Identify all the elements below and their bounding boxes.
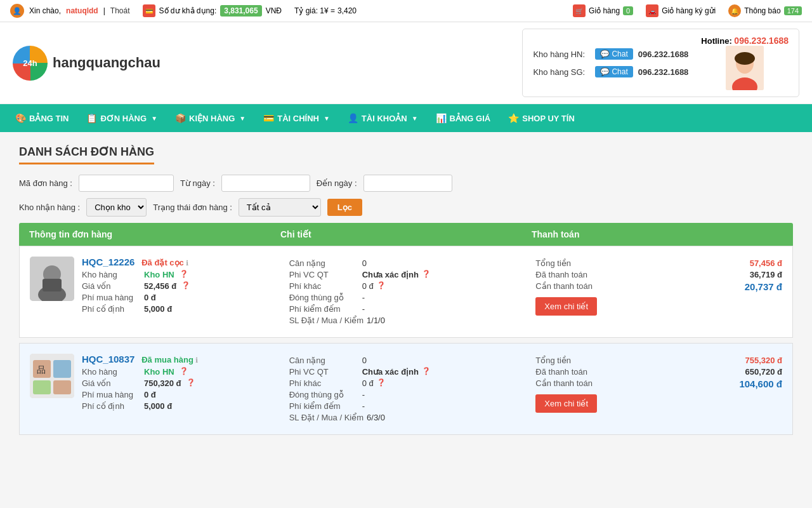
logout-link[interactable]: Thoát xyxy=(110,6,130,15)
status-info-icon-1[interactable]: ℹ xyxy=(186,259,188,267)
nav-tai-khoan-label: TÀI KHOẢN xyxy=(362,114,407,123)
logo-circle: 24h xyxy=(13,46,48,81)
da-thanh-toan-1: 36,719 đ xyxy=(750,270,782,279)
xem-chi-tiet-btn-2[interactable]: Xem chi tiết xyxy=(535,394,597,413)
order-info-1: HQC_12226 Đã đặt cọc ℹ Kho hàng Kho HN ❓… xyxy=(30,257,277,327)
kho-hn-row: Kho hàng HN: 💬 Chat 096.232.1688 xyxy=(533,48,688,60)
order-code-1[interactable]: HQC_12226 xyxy=(82,257,134,267)
order-details-2: HQC_10837 Đã mua hàng ℹ Kho hàng Kho HN … xyxy=(82,354,277,424)
den-ngay-input[interactable] xyxy=(363,175,452,192)
notification-box[interactable]: 🔔 Thông báo 174 xyxy=(728,4,802,17)
tai-chinh-icon: 💳 xyxy=(263,113,274,123)
da-thanh-toan-row-2: Đã thanh toán 650,720 đ xyxy=(535,367,782,377)
cart-badge: 0 xyxy=(623,6,633,15)
navigation: 🎨 BẢNG TIN 📋 ĐƠN HÀNG ▼ 📦 KIỆN HÀNG ▼ 💳 … xyxy=(0,104,812,132)
kho-info-icon-1[interactable]: ❓ xyxy=(180,270,188,279)
hotline-box: Hotline: 096.232.1688 xyxy=(701,36,789,90)
balance-value: 3,831,065 xyxy=(220,5,261,17)
phi-khac-2: 0 đ xyxy=(362,378,374,388)
sl-dat-mua-kiem-2: 6/3/0 xyxy=(367,413,385,422)
gia-von-info-2[interactable]: ❓ xyxy=(187,378,195,388)
hotline-phone: 096.232.1688 xyxy=(734,36,789,46)
nav-tai-chinh-label: TÀI CHÍNH xyxy=(277,114,319,123)
kho-value-2: Kho HN xyxy=(144,367,174,377)
phi-vc-qt-row-1: Phi VC QT Chưa xác định ❓ xyxy=(289,270,530,279)
phi-khac-info-1[interactable]: ❓ xyxy=(377,281,386,291)
tu-ngay-label: Từ ngày : xyxy=(180,178,215,188)
svg-rect-11 xyxy=(33,380,51,394)
da-thanh-toan-row-1: Đã thanh toán 36,719 đ xyxy=(535,270,782,279)
nav-tai-khoan[interactable]: 👤 TÀI KHOẢN ▼ xyxy=(339,104,427,132)
bang-gia-icon: 📊 xyxy=(436,113,447,123)
gia-von-info-1[interactable]: ❓ xyxy=(181,281,190,291)
phi-vc-qt-info-2[interactable]: ❓ xyxy=(422,367,431,377)
gia-von-1: 52,456 đ xyxy=(144,281,176,291)
gia-von-row-1: Giá vốn 52,456 đ ❓ xyxy=(82,281,277,291)
consign-cart-box[interactable]: 🚗 Giỏ hàng ký gửi xyxy=(646,4,716,17)
nav-kien-hang[interactable]: 📦 KIỆN HÀNG ▼ xyxy=(166,104,254,132)
kho-hang-row-1: Kho hàng Kho HN ❓ xyxy=(82,270,277,279)
nav-shop-uy-tin-label: SHOP UY TÍN xyxy=(522,114,575,123)
phi-vc-qt-info-1[interactable]: ❓ xyxy=(422,270,431,279)
cart-box[interactable]: 🛒 Giỏ hàng 0 xyxy=(573,4,633,17)
logo[interactable]: 24h hangquangchau xyxy=(13,46,160,81)
kho-hn-chat-btn[interactable]: 💬 Chat xyxy=(595,48,632,60)
logo-24h-text: 24h xyxy=(23,58,37,68)
tong-tien-1: 57,456 đ xyxy=(750,258,782,268)
can-thanh-toan-row-2: Cần thanh toán 104,600 đ xyxy=(535,378,782,389)
kho-sg-chat-btn[interactable]: 💬 Chat xyxy=(595,66,632,77)
skype-icon: 💬 xyxy=(600,50,610,58)
greeting-text: Xin chào, xyxy=(29,6,61,15)
xem-chi-tiet-btn-1[interactable]: Xem chi tiết xyxy=(535,297,597,316)
cart-icon: 🛒 xyxy=(573,4,586,17)
svg-point-3 xyxy=(735,52,755,65)
dong-thung-go-1: - xyxy=(362,293,365,302)
phi-co-dinh-1: 5,000 đ xyxy=(144,304,172,314)
phi-khac-row-1: Phí khác 0 đ ❓ xyxy=(289,281,530,291)
trang-thai-select[interactable]: Tất cả Đã đặt cọc Đã mua hàng xyxy=(239,198,321,217)
nav-shop-uy-tin[interactable]: ⭐ SHOP UY TÍN xyxy=(499,104,584,132)
can-nang-1: 0 xyxy=(362,258,367,268)
filter-button[interactable]: Lọc xyxy=(327,199,362,216)
status-info-icon-2[interactable]: ℹ xyxy=(195,356,198,364)
hotline-avatar xyxy=(726,46,764,90)
thanh-toan-1: Tổng tiền 57,456 đ Đã thanh toán 36,719 … xyxy=(535,257,782,327)
nav-bang-gia-label: BẢNG GIÁ xyxy=(450,114,491,123)
contact-info: Kho hàng HN: 💬 Chat 096.232.1688 Kho hàn… xyxy=(533,48,688,77)
phi-kiem-dem-row-1: Phí kiểm đếm - xyxy=(289,304,530,314)
phi-mua-hang-1: 0 đ xyxy=(144,293,156,302)
ma-don-input[interactable] xyxy=(79,175,174,192)
tong-tien-row-1: Tổng tiền 57,456 đ xyxy=(535,258,782,268)
chi-tiet-2: Cân nặng 0 Phi VC QT Chưa xác định ❓ Phí… xyxy=(283,354,530,424)
phi-mua-hang-row-2: Phí mua hàng 0 đ xyxy=(82,390,277,399)
nav-bang-tin[interactable]: 🎨 BẢNG TIN xyxy=(6,104,77,132)
col3-header: Thanh toán xyxy=(532,229,783,239)
kho-select[interactable]: Chọn kho Kho HN Kho SG xyxy=(86,198,147,217)
gia-von-2: 750,320 đ xyxy=(144,378,181,388)
can-thanh-toan-1: 20,737 đ xyxy=(745,281,782,292)
tai-khoan-arrow: ▼ xyxy=(412,115,418,122)
phi-vc-qt-1: Chưa xác định xyxy=(362,270,419,279)
order-row-1: HQC_12226 Đã đặt cọc ℹ Kho hàng Kho HN ❓… xyxy=(19,246,793,338)
da-thanh-toan-2: 650,720 đ xyxy=(745,367,782,377)
tai-khoan-icon: 👤 xyxy=(348,113,358,123)
top-bar-right: 🛒 Giỏ hàng 0 🚗 Giỏ hàng ký gửi 🔔 Thông b… xyxy=(573,4,802,17)
tong-tien-row-2: Tổng tiền 755,320 đ xyxy=(535,356,782,365)
phi-khac-info-2[interactable]: ❓ xyxy=(377,378,386,388)
kho-sg-phone: 096.232.1688 xyxy=(638,67,689,77)
nav-tai-chinh[interactable]: 💳 TÀI CHÍNH ▼ xyxy=(254,104,339,132)
order-status-2: Đã mua hàng xyxy=(141,355,193,364)
svg-rect-7 xyxy=(43,279,62,291)
order-code-2[interactable]: HQC_10837 xyxy=(82,354,134,364)
nav-don-hang[interactable]: 📋 ĐƠN HÀNG ▼ xyxy=(77,104,166,132)
nav-bang-gia[interactable]: 📊 BẢNG GIÁ xyxy=(427,104,500,132)
col2-header: Chi tiết xyxy=(280,229,532,239)
nav-kien-hang-label: KIỆN HÀNG xyxy=(189,114,235,123)
order-details-1: HQC_12226 Đã đặt cọc ℹ Kho hàng Kho HN ❓… xyxy=(82,257,277,327)
dong-thung-go-row-1: Đóng thùng gỗ - xyxy=(289,293,530,302)
notification-icon: 🔔 xyxy=(728,4,741,17)
nav-don-hang-label: ĐƠN HÀNG xyxy=(100,114,147,123)
kho-info-icon-2[interactable]: ❓ xyxy=(180,367,188,377)
tu-ngay-input[interactable] xyxy=(221,175,310,192)
balance-icon: 💳 xyxy=(143,4,155,17)
